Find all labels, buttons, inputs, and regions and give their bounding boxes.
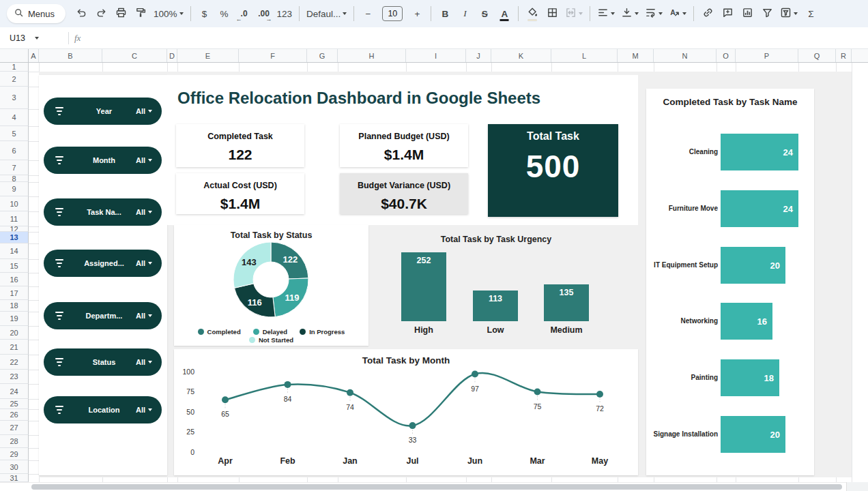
row-header-25[interactable]: 25 xyxy=(0,399,29,409)
bold-button[interactable]: B xyxy=(435,4,454,23)
row-header-4[interactable]: 4 xyxy=(0,109,29,126)
column-header-R[interactable]: R xyxy=(836,49,852,62)
sheet-grid[interactable]: YearAllMonthAllTask Na...AllAssigned...A… xyxy=(29,63,868,482)
redo-button[interactable] xyxy=(91,4,111,23)
row-header-20[interactable]: 20 xyxy=(0,326,29,340)
horizontal-scrollbar[interactable] xyxy=(0,482,868,490)
slicer-status[interactable]: StatusAll xyxy=(44,348,162,376)
strikethrough-button[interactable]: S xyxy=(475,4,494,23)
decrease-decimal-button[interactable]: .0← xyxy=(235,4,254,23)
borders-button[interactable] xyxy=(542,4,562,23)
column-header-G[interactable]: G xyxy=(307,49,338,62)
column-header-J[interactable]: J xyxy=(466,49,491,62)
zoom-button[interactable]: 100% xyxy=(151,4,186,23)
font-size-button[interactable]: 10 xyxy=(378,4,407,23)
row-header-24[interactable]: 24 xyxy=(0,384,29,399)
column-header-K[interactable]: K xyxy=(491,49,551,62)
row-header-26[interactable]: 26 xyxy=(0,409,29,421)
number-format-button[interactable]: 123 xyxy=(274,4,295,23)
name-box[interactable]: U13 xyxy=(0,27,63,48)
row-header-27[interactable]: 27 xyxy=(0,421,29,435)
chart-completed-task-by-task-name[interactable]: Completed Task by Task Name 24Cleaning24… xyxy=(646,89,814,475)
row-header-15[interactable]: 15 xyxy=(0,259,29,273)
kpi-card-budget-variance[interactable]: Budget Variance (USD)$40.7K xyxy=(340,173,468,214)
row-header-30[interactable]: 30 xyxy=(0,460,29,474)
row-header-14[interactable]: 14 xyxy=(0,243,29,259)
row-header-13[interactable]: 13 xyxy=(0,232,29,243)
column-header-D[interactable]: D xyxy=(167,49,177,62)
insert-link-button[interactable] xyxy=(698,4,717,23)
font-family-button[interactable]: Defaul... xyxy=(304,4,349,23)
percent-format-button[interactable]: % xyxy=(215,4,234,23)
row-header-1[interactable]: 1 xyxy=(0,63,29,72)
row-header-8[interactable]: 8 xyxy=(0,175,29,182)
functions-button[interactable]: Σ xyxy=(801,4,820,23)
undo-button[interactable] xyxy=(72,4,91,23)
row-header-29[interactable]: 29 xyxy=(0,448,29,460)
formula-input[interactable] xyxy=(87,27,868,48)
column-header-O[interactable]: O xyxy=(717,49,736,62)
slicer-assigned-to[interactable]: Assigned...All xyxy=(44,250,162,277)
slicer-location[interactable]: LocationAll xyxy=(44,396,162,423)
text-wrap-button[interactable] xyxy=(642,4,665,23)
row-header-12[interactable]: 12 xyxy=(0,226,29,232)
row-header-9[interactable]: 9 xyxy=(0,182,29,196)
create-filter-button[interactable] xyxy=(757,4,777,23)
select-all-corner[interactable] xyxy=(0,49,29,63)
column-header-N[interactable]: N xyxy=(654,49,717,62)
print-button[interactable] xyxy=(111,4,130,23)
slicer-department[interactable]: Departm...All xyxy=(44,302,162,329)
vertical-align-button[interactable] xyxy=(618,4,641,23)
kpi-card-completed-task[interactable]: Completed Task122 xyxy=(176,124,304,167)
row-header-21[interactable]: 21 xyxy=(0,340,29,355)
filter-views-button[interactable] xyxy=(777,4,800,23)
column-header-Q[interactable]: Q xyxy=(798,49,836,62)
column-header-L[interactable]: L xyxy=(551,49,618,62)
kpi-card-planned-budget[interactable]: Planned Budget (USD)$1.4M xyxy=(340,124,468,167)
increase-font-size-button[interactable]: + xyxy=(407,4,426,23)
column-header-B[interactable]: B xyxy=(39,49,102,62)
row-header-11[interactable]: 11 xyxy=(0,211,29,226)
insert-chart-button[interactable] xyxy=(738,4,757,23)
column-header-M[interactable]: M xyxy=(618,49,654,62)
insert-comment-button[interactable] xyxy=(718,4,737,23)
column-header-C[interactable]: C xyxy=(102,49,167,62)
increase-decimal-button[interactable]: .00→ xyxy=(255,4,274,23)
row-header-16[interactable]: 16 xyxy=(0,273,29,286)
chart-total-task-by-status[interactable]: Total Task by Status 122119116143 Comple… xyxy=(174,225,368,346)
kpi-card-actual-cost[interactable]: Actual Cost (USD)$1.4M xyxy=(176,173,304,214)
paint-format-button[interactable] xyxy=(131,4,150,23)
row-header-28[interactable]: 28 xyxy=(0,435,29,448)
currency-format-button[interactable]: $ xyxy=(195,4,214,23)
row-header-31[interactable]: 31 xyxy=(0,474,29,482)
total-task-card[interactable]: Total Task 500 xyxy=(488,124,618,217)
fill-color-button[interactable] xyxy=(523,4,542,23)
horizontal-align-button[interactable] xyxy=(594,4,618,23)
slicer-year[interactable]: YearAll xyxy=(44,98,162,125)
text-rotation-button[interactable]: A xyxy=(666,4,689,23)
column-header-P[interactable]: P xyxy=(736,49,798,62)
decrease-font-size-button[interactable]: − xyxy=(358,4,377,23)
text-color-button[interactable]: A xyxy=(495,4,514,23)
row-header-18[interactable]: 18 xyxy=(0,300,29,312)
row-header-22[interactable]: 22 xyxy=(0,355,29,370)
row-header-2[interactable]: 2 xyxy=(0,72,29,87)
row-header-5[interactable]: 5 xyxy=(0,126,29,141)
chart-total-task-by-month[interactable]: Total Task by Month 100755025065Apr84Feb… xyxy=(174,349,638,475)
horizontal-scrollbar-thumb[interactable] xyxy=(31,484,842,490)
italic-button[interactable]: I xyxy=(455,4,474,23)
column-header-I[interactable]: I xyxy=(406,49,466,62)
row-header-3[interactable]: 3 xyxy=(0,87,29,109)
column-header-E[interactable]: E xyxy=(177,49,239,62)
column-header-H[interactable]: H xyxy=(338,49,406,62)
slicer-month[interactable]: MonthAll xyxy=(44,147,162,174)
row-header-17[interactable]: 17 xyxy=(0,286,29,300)
slicer-task-name[interactable]: Task Na...All xyxy=(44,198,162,226)
menus-button[interactable]: Menus xyxy=(7,4,66,23)
row-header-19[interactable]: 19 xyxy=(0,312,29,326)
column-header-F[interactable]: F xyxy=(239,49,307,62)
row-header-23[interactable]: 23 xyxy=(0,370,29,384)
row-header-10[interactable]: 10 xyxy=(0,196,29,211)
column-header-A[interactable]: A xyxy=(29,49,39,62)
row-header-7[interactable]: 7 xyxy=(0,160,29,175)
